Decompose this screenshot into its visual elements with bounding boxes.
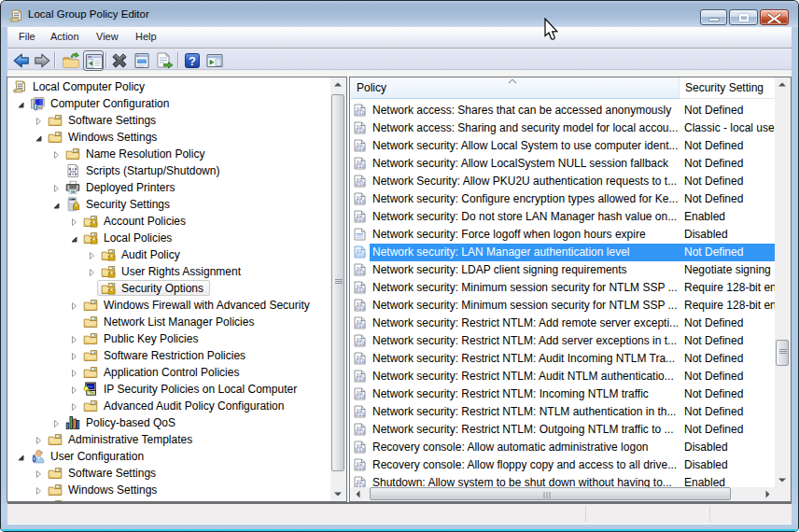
svg-text:010: 010: [356, 412, 366, 418]
svg-text:010: 010: [356, 429, 366, 436]
svg-text:010: 010: [356, 394, 366, 400]
svg-text:010: 010: [356, 110, 366, 117]
svg-text:010: 010: [356, 146, 366, 152]
svg-text:010: 010: [356, 287, 366, 294]
svg-text:010: 010: [356, 181, 366, 188]
svg-text:010: 010: [356, 252, 366, 259]
svg-text:010: 010: [356, 465, 366, 471]
svg-text:010: 010: [356, 163, 366, 170]
svg-text:010: 010: [356, 199, 366, 205]
svg-text:010: 010: [356, 376, 366, 383]
svg-text:010: 010: [356, 358, 366, 365]
svg-text:010: 010: [356, 128, 366, 134]
svg-text:?: ?: [189, 54, 196, 68]
svg-text:010: 010: [356, 323, 366, 329]
svg-text:010: 010: [356, 305, 366, 312]
svg-text:010: 010: [356, 447, 366, 454]
svg-text:010: 010: [356, 217, 366, 223]
svg-text:010: 010: [356, 341, 366, 347]
svg-text:010: 010: [356, 270, 366, 276]
